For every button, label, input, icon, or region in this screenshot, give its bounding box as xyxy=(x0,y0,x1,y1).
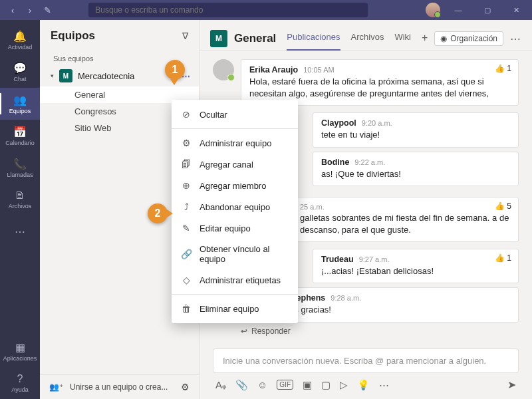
gif-icon[interactable]: GIF xyxy=(277,380,293,390)
gear-icon[interactable]: ⚙ xyxy=(181,382,190,392)
chevron-down-icon: ▾ xyxy=(51,72,54,79)
tab-wiki[interactable]: Wiki xyxy=(394,27,411,51)
search-input[interactable] xyxy=(88,3,368,17)
rail-calendar[interactable]: 📅Calendario xyxy=(0,120,40,152)
window-min[interactable]: — xyxy=(447,0,469,20)
more-icon: ⋯ xyxy=(15,225,25,238)
sticker-icon[interactable]: ▣ xyxy=(303,379,312,391)
format-icon[interactable]: Aᵩ xyxy=(215,379,226,391)
separator xyxy=(172,294,298,295)
reaction[interactable]: 👍 1 xyxy=(495,253,511,263)
separator xyxy=(172,128,298,129)
tab-publicaciones[interactable]: Publicaciones xyxy=(287,27,340,51)
emoji-icon[interactable]: ☺ xyxy=(257,379,267,390)
window-close[interactable]: ✕ xyxy=(505,0,528,20)
menu-vinculo[interactable]: 🔗Obtener vínculo al equipo xyxy=(172,239,298,269)
rail-files[interactable]: 🗎Archivos xyxy=(0,184,40,215)
filter-icon[interactable]: ∇ xyxy=(182,31,188,41)
praise-icon[interactable]: 💡 xyxy=(357,379,370,391)
callout-2: 2 xyxy=(148,203,168,223)
rail-chat[interactable]: 💬Chat xyxy=(0,56,40,88)
rail-activity[interactable]: 🔔Actividad xyxy=(0,24,40,56)
menu-ocultar[interactable]: ⊘Ocultar xyxy=(172,104,298,125)
rail-apps[interactable]: ▦Aplicaciones xyxy=(0,335,40,367)
more-compose-icon[interactable]: ⋯ xyxy=(379,379,389,391)
menu-agregar-miembro[interactable]: ⊕Agregar miembro xyxy=(172,175,298,196)
reaction[interactable]: 👍 1 xyxy=(495,64,511,73)
rail-teams[interactable]: 👥Equipos xyxy=(0,88,40,120)
reply-icon: ↩ xyxy=(241,327,247,336)
new-message-icon[interactable]: ✎ xyxy=(40,3,55,17)
message: Erika Araujo10:05 AM Hola, estaré fuera … xyxy=(213,59,519,106)
teams-icon: 👥 xyxy=(13,94,27,106)
trash-icon: 🗑 xyxy=(181,303,192,314)
compose-input[interactable]: Inicie una conversación nueva. Escriba @… xyxy=(213,348,519,373)
tab-add[interactable]: + xyxy=(422,27,428,51)
rail-calls[interactable]: 📞Llamadas xyxy=(0,152,40,184)
menu-editar[interactable]: ✎Editar equipo xyxy=(172,217,298,239)
bell-icon: 🔔 xyxy=(13,30,27,43)
meet-icon[interactable]: ▢ xyxy=(321,379,331,391)
reply-message: Trudeau9:27 a.m. ¡...acias! ¡Estaban del… xyxy=(313,249,519,283)
org-icon: ◉ xyxy=(440,34,447,43)
edit-icon: ✎ xyxy=(181,223,192,233)
nav-back[interactable]: ‹ xyxy=(5,3,20,17)
apps-icon: ▦ xyxy=(15,341,25,354)
message: 25 a.m. galletas sobrantes de mi fiesta … xyxy=(291,197,519,242)
reply-button[interactable]: ↩Responder xyxy=(241,327,519,336)
reaction[interactable]: 👍 5 xyxy=(495,201,511,211)
reply-message: Bodine9:22 a.m. as! ¡Que te diviertas! xyxy=(313,152,519,186)
tab-archivos[interactable]: Archivos xyxy=(351,27,384,51)
help-icon: ? xyxy=(17,373,23,385)
calendar-icon: 📅 xyxy=(13,126,27,138)
compose-area: Inicie una conversación nueva. Escriba @… xyxy=(200,343,532,399)
app-rail: 🔔Actividad 💬Chat 👥Equipos 📅Calendario 📞L… xyxy=(0,20,40,399)
join-team-link[interactable]: Unirse a un equipo o crea... xyxy=(70,382,168,392)
menu-administrar[interactable]: ⚙Administrar equipo xyxy=(172,132,298,154)
team-context-menu: ⊘Ocultar ⚙Administrar equipo 🗐Agregar ca… xyxy=(172,100,298,323)
link-icon: 🔗 xyxy=(181,249,192,259)
send-icon[interactable]: ➤ xyxy=(507,378,516,391)
window-max[interactable]: ▢ xyxy=(476,0,499,20)
channel-tile: M xyxy=(210,30,227,47)
channel-name: General xyxy=(234,32,276,45)
file-icon: 🗎 xyxy=(15,190,25,201)
leave-icon: ⤴ xyxy=(181,201,192,212)
reply-message: Claypool9:20 a.m. tete en tu viaje! xyxy=(313,112,519,147)
stream-icon[interactable]: ▷ xyxy=(340,379,348,391)
menu-eliminar[interactable]: 🗑Eliminar equipo xyxy=(172,298,298,319)
channel-header: M General Publicaciones Archivos Wiki + … xyxy=(200,20,532,51)
nav-fwd[interactable]: › xyxy=(23,3,37,17)
team-tile: M xyxy=(59,69,72,82)
attach-icon[interactable]: 📎 xyxy=(235,379,248,391)
hide-icon: ⊘ xyxy=(181,109,192,120)
add-member-icon: ⊕ xyxy=(181,180,192,191)
team-name: Mercadotecnia xyxy=(78,71,134,81)
rail-more[interactable]: ⋯ xyxy=(0,215,40,247)
channel-more-icon[interactable]: ⋯ xyxy=(510,33,521,45)
rail-help[interactable]: ?Ayuda xyxy=(0,367,40,399)
channel-icon: 🗐 xyxy=(181,159,192,170)
join-team-icon: 👥⁺ xyxy=(49,382,63,392)
chat-icon: 💬 xyxy=(13,62,27,74)
menu-abandonar[interactable]: ⤴Abandonar equipo xyxy=(172,196,298,217)
avatar[interactable] xyxy=(213,59,234,80)
menu-agregar-canal[interactable]: 🗐Agregar canal xyxy=(172,154,298,175)
callout-1: 1 xyxy=(165,60,185,80)
tag-icon: ◇ xyxy=(181,275,192,285)
organization-button[interactable]: ◉Organización xyxy=(434,31,503,46)
menu-etiquetas[interactable]: ◇Administrar etiquetas xyxy=(172,269,298,291)
phone-icon: 📞 xyxy=(13,158,27,170)
gear-icon: ⚙ xyxy=(181,138,192,148)
titlebar: ‹ › ✎ — ▢ ✕ xyxy=(0,0,532,20)
sidebar-title: Equipos xyxy=(51,29,95,43)
user-avatar[interactable] xyxy=(426,3,440,17)
